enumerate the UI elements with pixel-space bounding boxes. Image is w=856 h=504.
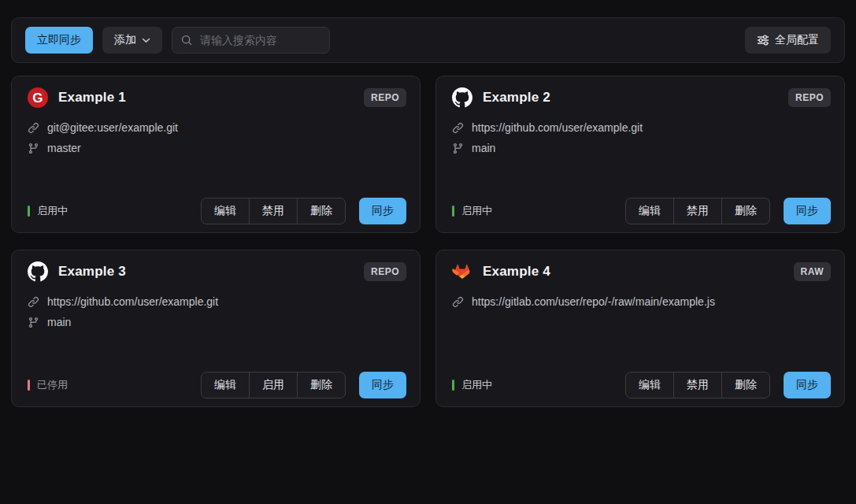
sliders-icon: [757, 34, 769, 46]
search-box: [172, 27, 330, 54]
edit-button[interactable]: 编辑: [201, 198, 250, 224]
type-badge: REPO: [364, 88, 406, 107]
repo-card: G Example 1 REPO git@gitee:user/example.…: [11, 76, 421, 233]
card-footer: 启用中 编辑 禁用 删除 同步: [28, 198, 406, 224]
card-footer: 已停用 编辑 启用 删除 同步: [28, 372, 406, 398]
search-input[interactable]: [198, 33, 321, 47]
global-config-button[interactable]: 全局配置: [745, 27, 831, 54]
branch-name: main: [47, 316, 71, 328]
edit-button[interactable]: 编辑: [201, 372, 250, 398]
sync-now-button[interactable]: 立即同步: [25, 27, 93, 54]
card-title: Example 3: [58, 264, 126, 280]
card-header: G Example 1 REPO: [28, 87, 406, 108]
type-badge: REPO: [364, 262, 406, 281]
delete-button[interactable]: 删除: [721, 372, 770, 398]
card-actions: 编辑 启用 删除 同步: [201, 372, 406, 398]
gitlab-icon: [452, 261, 472, 282]
branch-row: main: [28, 316, 406, 328]
card-title: Example 4: [483, 264, 550, 280]
card-header: Example 3 REPO: [28, 261, 406, 282]
card-title: Example 1: [58, 90, 126, 106]
card-grid: G Example 1 REPO git@gitee:user/example.…: [11, 76, 845, 407]
sync-button[interactable]: 同步: [359, 198, 406, 224]
card-footer: 启用中 编辑 禁用 删除 同步: [452, 198, 831, 224]
toggle-enable-button[interactable]: 启用: [249, 372, 298, 398]
status-bar: [28, 380, 30, 391]
branch-row: master: [28, 142, 406, 154]
card-actions: 编辑 禁用 删除 同步: [625, 198, 831, 224]
repo-url: https://github.com/user/example.git: [472, 121, 643, 134]
git-branch-icon: [28, 143, 39, 154]
status-bar: [28, 206, 30, 217]
repo-sync-page: 立即同步 添加: [0, 0, 856, 407]
delete-button[interactable]: 删除: [721, 198, 770, 224]
global-config-label: 全局配置: [775, 33, 819, 47]
edit-button[interactable]: 编辑: [625, 372, 674, 398]
toolbar: 立即同步 添加: [11, 17, 845, 63]
status-label: 启用中: [37, 204, 68, 218]
github-icon: [28, 261, 48, 282]
action-button-group: 编辑 禁用 删除: [625, 198, 770, 224]
status-bar: [452, 206, 454, 217]
git-branch-icon: [452, 143, 464, 154]
repo-url: https://github.com/user/example.git: [47, 295, 218, 308]
branch-name: main: [472, 142, 495, 154]
branch-name: master: [47, 142, 81, 154]
card-title: Example 2: [483, 90, 550, 106]
delete-button[interactable]: 删除: [297, 198, 346, 224]
github-icon: [452, 87, 472, 108]
type-badge: REPO: [788, 88, 831, 107]
status-label: 启用中: [461, 204, 492, 218]
add-button-label: 添加: [114, 33, 136, 47]
card-actions: 编辑 禁用 删除 同步: [201, 198, 406, 224]
repo-card: Example 2 REPO https://github.com/user/e…: [435, 76, 845, 233]
sync-button[interactable]: 同步: [784, 372, 831, 398]
git-branch-icon: [28, 317, 39, 328]
svg-text:G: G: [32, 91, 43, 106]
action-button-group: 编辑 禁用 删除: [625, 372, 770, 398]
gitee-icon: G: [28, 87, 48, 108]
card-header: Example 2 REPO: [452, 87, 831, 108]
repo-url-row: https://gitlab.com/user/repo/-/raw/main/…: [452, 295, 831, 308]
status-label: 已停用: [37, 378, 68, 392]
repo-url: https://gitlab.com/user/repo/-/raw/main/…: [472, 295, 715, 308]
repo-url-row: https://github.com/user/example.git: [28, 295, 406, 308]
link-icon: [452, 122, 464, 134]
card-actions: 编辑 禁用 删除 同步: [625, 372, 831, 398]
search-icon: [181, 35, 192, 46]
status-bar: [452, 380, 454, 391]
toggle-enable-button[interactable]: 禁用: [673, 372, 722, 398]
card-header: Example 4 RAW: [452, 261, 831, 282]
status-indicator: 已停用: [28, 378, 68, 392]
link-icon: [452, 296, 464, 308]
action-button-group: 编辑 启用 删除: [201, 372, 346, 398]
repo-url-row: https://github.com/user/example.git: [452, 121, 831, 134]
type-badge: RAW: [794, 262, 832, 281]
edit-button[interactable]: 编辑: [625, 198, 674, 224]
repo-url-row: git@gitee:user/example.git: [28, 121, 406, 134]
card-footer: 启用中 编辑 禁用 删除 同步: [452, 372, 831, 398]
status-indicator: 启用中: [452, 378, 492, 392]
add-button[interactable]: 添加: [102, 27, 162, 54]
repo-card: Example 3 REPO https://github.com/user/e…: [11, 250, 421, 407]
sync-button[interactable]: 同步: [784, 198, 831, 224]
status-label: 启用中: [461, 378, 492, 392]
sync-button[interactable]: 同步: [359, 372, 406, 398]
link-icon: [28, 122, 39, 134]
action-button-group: 编辑 禁用 删除: [201, 198, 346, 224]
toggle-enable-button[interactable]: 禁用: [249, 198, 298, 224]
branch-row: main: [452, 142, 831, 154]
status-indicator: 启用中: [452, 204, 492, 218]
toggle-enable-button[interactable]: 禁用: [673, 198, 722, 224]
status-indicator: 启用中: [28, 204, 68, 218]
delete-button[interactable]: 删除: [297, 372, 346, 398]
chevron-down-icon: [142, 38, 150, 43]
link-icon: [28, 296, 39, 308]
repo-url: git@gitee:user/example.git: [47, 121, 178, 134]
repo-card: Example 4 RAW https://gitlab.com/user/re…: [435, 250, 845, 407]
